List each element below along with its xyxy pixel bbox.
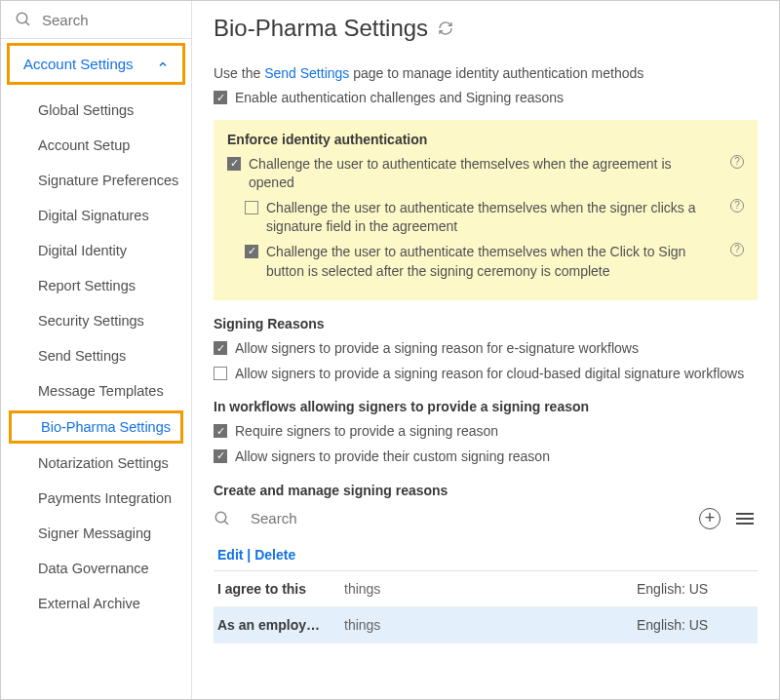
add-reason-button[interactable]: + [699, 508, 721, 529]
sidebar-item-report-settings[interactable]: Report Settings [1, 268, 191, 303]
sidebar-search-input[interactable] [42, 12, 177, 28]
identity-opt2-checkbox[interactable] [245, 201, 258, 214]
intro-text: Use the Send Settings page to manage ide… [214, 65, 758, 81]
reason-cell: As an employ… [217, 617, 344, 633]
lang-cell: English: US [637, 581, 754, 597]
nav-list: Global Settings Account Setup Signature … [1, 89, 191, 625]
nav-section-label: Account Settings [23, 56, 134, 72]
sidebar-search[interactable] [1, 1, 191, 39]
sidebar-item-payments-integration[interactable]: Payments Integration [1, 481, 191, 516]
signing-opt2-checkbox[interactable] [214, 367, 227, 380]
send-settings-link[interactable]: Send Settings [264, 65, 349, 81]
nav-section-account-settings[interactable]: Account Settings [7, 43, 185, 85]
sidebar-item-signer-messaging[interactable]: Signer Messaging [1, 516, 191, 551]
sidebar: Account Settings Global Settings Account… [1, 1, 192, 699]
workflow-opt1-checkbox[interactable] [214, 424, 227, 438]
workflow-opt2-row: Allow signers to provide their custom si… [214, 447, 758, 467]
workflow-opt2-checkbox[interactable] [214, 449, 227, 463]
sidebar-item-global-settings[interactable]: Global Settings [1, 93, 191, 128]
sidebar-item-account-setup[interactable]: Account Setup [1, 128, 191, 163]
reasons-search-wrap[interactable] [214, 510, 687, 527]
sidebar-item-security-settings[interactable]: Security Settings [1, 303, 191, 338]
svg-point-0 [17, 13, 27, 23]
manage-reasons-section: Create and manage signing reasons + Edit… [214, 483, 758, 643]
identity-opt3-row: Challenge the user to authenticate thems… [245, 243, 744, 281]
identity-heading: Enforce identity authentication [227, 132, 744, 147]
workflow-opt2-label: Allow signers to provide their custom si… [235, 447, 550, 467]
sidebar-item-signature-preferences[interactable]: Signature Preferences [1, 163, 191, 198]
identity-opt3-checkbox[interactable] [245, 245, 258, 258]
svg-line-1 [25, 21, 29, 25]
signing-heading: Signing Reasons [214, 316, 758, 331]
identity-opt2-label: Challenge the user to authenticate thems… [266, 199, 719, 237]
sidebar-item-bio-pharma-settings[interactable]: Bio-Pharma Settings [9, 410, 183, 444]
reasons-search-input[interactable] [251, 510, 687, 526]
delete-action[interactable]: Delete [254, 547, 295, 563]
help-icon[interactable]: ? [730, 199, 744, 213]
main-content: Bio-Pharma Settings Use the Send Setting… [192, 1, 779, 699]
identity-opt1-label: Challenge the user to authenticate thems… [249, 155, 719, 193]
enable-auth-label: Enable authentication challenges and Sig… [235, 89, 564, 108]
sidebar-item-notarization-settings[interactable]: Notarization Settings [1, 446, 191, 481]
svg-line-3 [224, 521, 228, 525]
edit-action[interactable]: Edit [217, 547, 243, 563]
identity-opt1-checkbox[interactable] [227, 157, 241, 171]
sidebar-item-data-governance[interactable]: Data Governance [1, 551, 191, 586]
workflow-section: In workflows allowing signers to provide… [214, 399, 758, 466]
enable-auth-row: Enable authentication challenges and Sig… [214, 89, 758, 108]
help-icon[interactable]: ? [730, 243, 744, 256]
signing-opt2-label: Allow signers to provide a signing reaso… [235, 365, 744, 384]
workflow-opt1-row: Require signers to provide a signing rea… [214, 422, 758, 442]
identity-opt2-row: Challenge the user to authenticate thems… [245, 199, 744, 237]
signing-opt2-row: Allow signers to provide a signing reaso… [214, 365, 758, 384]
sidebar-item-external-archive[interactable]: External Archive [1, 586, 191, 621]
table-actions: Edit | Delete [214, 539, 758, 571]
signing-reasons-section: Signing Reasons Allow signers to provide… [214, 316, 758, 383]
category-cell: things [344, 581, 637, 597]
signing-opt1-label: Allow signers to provide a signing reaso… [235, 339, 639, 359]
reason-cell: I agree to this [217, 581, 344, 597]
reasons-toolbar: + [214, 508, 758, 529]
sidebar-item-send-settings[interactable]: Send Settings [1, 338, 191, 373]
category-cell: things [344, 617, 637, 633]
sidebar-item-message-templates[interactable]: Message Templates [1, 373, 191, 408]
signing-opt1-row: Allow signers to provide a signing reaso… [214, 339, 758, 359]
lang-cell: English: US [637, 617, 754, 633]
search-icon [214, 510, 231, 527]
identity-opt1-row: Challenge the user to authenticate thems… [227, 155, 744, 193]
page-title: Bio-Pharma Settings [214, 15, 758, 42]
table-row[interactable]: As an employ… things English: US [214, 607, 758, 643]
search-icon [15, 11, 32, 28]
help-icon[interactable]: ? [730, 155, 744, 169]
chevron-up-icon [157, 58, 169, 70]
identity-auth-box: Enforce identity authentication Challeng… [214, 120, 758, 301]
page-title-text: Bio-Pharma Settings [214, 15, 428, 42]
intro-prefix: Use the [214, 65, 264, 81]
enable-auth-checkbox[interactable] [214, 91, 227, 104]
workflow-opt1-label: Require signers to provide a signing rea… [235, 422, 498, 442]
refresh-icon[interactable] [438, 20, 453, 36]
identity-opt3-label: Challenge the user to authenticate thems… [266, 243, 719, 281]
reasons-heading: Create and manage signing reasons [214, 483, 758, 498]
signing-opt1-checkbox[interactable] [214, 341, 227, 355]
sidebar-item-digital-identity[interactable]: Digital Identity [1, 233, 191, 268]
workflow-heading: In workflows allowing signers to provide… [214, 399, 758, 414]
intro-suffix: page to manage identity authentication m… [349, 65, 644, 81]
menu-icon[interactable] [732, 509, 758, 528]
table-row[interactable]: I agree to this things English: US [214, 571, 758, 607]
sidebar-item-digital-signatures[interactable]: Digital Signatures [1, 198, 191, 233]
svg-point-2 [215, 512, 226, 523]
